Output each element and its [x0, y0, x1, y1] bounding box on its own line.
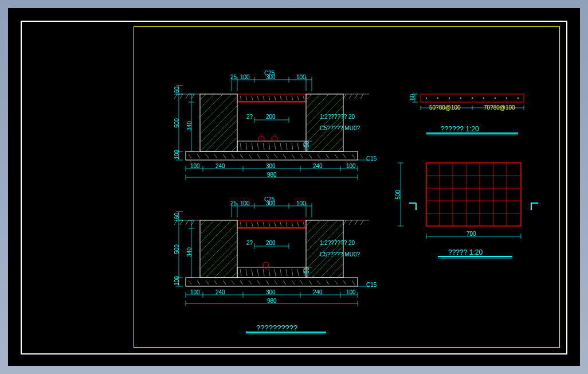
svg-line-177	[240, 269, 241, 276]
svg-line-164	[257, 280, 260, 285]
svg-line-50	[283, 154, 286, 158]
svg-line-3	[246, 96, 247, 100]
svg-line-22	[200, 114, 237, 151]
svg-line-77	[180, 94, 183, 99]
svg-line-128	[292, 222, 293, 227]
svg-line-25	[223, 137, 237, 151]
s2-top-dim1: 25	[230, 200, 237, 207]
s2-bottom-label: C15	[366, 282, 377, 288]
svg-line-10	[286, 96, 287, 100]
svg-line-136	[200, 220, 232, 252]
svg-point-241	[506, 98, 507, 99]
svg-line-122	[257, 222, 258, 227]
svg-line-127	[286, 222, 287, 227]
s1-bdim5: 100	[346, 163, 356, 169]
svg-line-147	[306, 220, 338, 252]
svg-line-23	[206, 120, 237, 151]
s1-bdim3: 300	[266, 163, 276, 169]
svg-rect-155	[186, 278, 358, 286]
svg-line-65	[269, 143, 270, 150]
s2-inner-dim1: 2?	[246, 240, 253, 246]
svg-line-51	[292, 154, 295, 158]
svg-line-144	[306, 220, 312, 226]
svg-line-20	[200, 97, 237, 134]
svg-line-153	[329, 263, 343, 278]
svg-point-72	[258, 136, 264, 142]
svg-line-161	[232, 280, 234, 285]
svg-line-61	[246, 143, 247, 150]
svg-line-53	[309, 154, 312, 158]
svg-point-235	[437, 98, 438, 99]
svg-line-45	[240, 154, 243, 158]
svg-line-180	[257, 269, 258, 276]
svg-line-182	[269, 269, 270, 276]
d1-title: ?????? 1:20	[441, 125, 479, 133]
svg-line-139	[200, 240, 237, 278]
svg-line-41	[206, 154, 209, 158]
s2-bdim1: 100	[190, 289, 200, 295]
svg-line-162	[240, 280, 243, 285]
svg-line-62	[252, 143, 253, 150]
svg-line-158	[206, 280, 209, 285]
svg-line-149	[306, 232, 343, 269]
svg-line-48	[266, 154, 269, 158]
svg-line-133	[200, 220, 206, 226]
svg-line-173	[335, 280, 338, 285]
svg-line-58	[352, 154, 355, 158]
svg-line-78	[186, 94, 189, 99]
svg-line-82	[355, 94, 358, 99]
svg-line-159	[214, 280, 217, 285]
svg-line-119	[240, 222, 241, 227]
svg-line-54	[317, 154, 320, 158]
svg-line-9	[280, 96, 281, 100]
d2-title: ????? 1:20	[448, 248, 483, 256]
svg-line-199	[360, 220, 363, 225]
svg-line-126	[280, 222, 281, 227]
svg-line-125	[275, 222, 276, 227]
svg-line-178	[246, 269, 247, 276]
svg-rect-176	[237, 267, 306, 278]
svg-point-240	[495, 98, 496, 99]
svg-line-81	[349, 94, 352, 99]
svg-point-189	[263, 262, 269, 268]
s1-btotal: 980	[267, 172, 277, 178]
svg-point-238	[472, 98, 473, 99]
s1-left-dim3: 100	[174, 150, 180, 159]
svg-line-40	[197, 154, 200, 158]
s1-top-dim2: 100	[240, 74, 250, 80]
svg-line-5	[257, 96, 258, 100]
svg-line-157	[197, 280, 200, 285]
svg-line-36	[329, 137, 343, 151]
svg-line-52	[300, 154, 303, 158]
s2-bdim4: 240	[313, 289, 323, 295]
svg-line-185	[286, 269, 287, 276]
svg-line-152	[320, 255, 343, 278]
svg-line-76	[174, 94, 177, 99]
s2-inner-dim3: 50	[304, 267, 310, 274]
svg-rect-38	[186, 151, 358, 160]
svg-line-195	[191, 220, 194, 225]
svg-line-68	[286, 143, 287, 150]
svg-line-57	[343, 154, 346, 158]
d2-left-dim: 500	[395, 190, 401, 200]
svg-line-181	[263, 269, 264, 276]
svg-line-64	[263, 143, 264, 150]
svg-line-140	[206, 246, 237, 278]
svg-line-184	[280, 269, 281, 276]
svg-line-66	[275, 143, 276, 150]
cad-viewport[interactable]: C25 25 100 300 100 60 500 100 340 2? 200…	[8, 8, 580, 366]
svg-line-145	[306, 220, 320, 235]
svg-line-37	[338, 146, 343, 151]
s2-left-dim4: 340	[186, 247, 193, 257]
svg-line-134	[200, 220, 214, 235]
svg-line-47	[257, 154, 260, 158]
svg-line-32	[306, 106, 343, 143]
s1-note2: C5????? MU0?	[320, 125, 360, 131]
s1-note1: 1:2?????? 20	[320, 114, 355, 120]
svg-line-138	[200, 232, 237, 269]
s1-left-dim2: 500	[174, 118, 180, 128]
svg-line-194	[186, 220, 189, 225]
svg-line-69	[292, 143, 293, 150]
s1-bdim4: 240	[313, 163, 323, 169]
svg-line-17	[200, 94, 214, 108]
